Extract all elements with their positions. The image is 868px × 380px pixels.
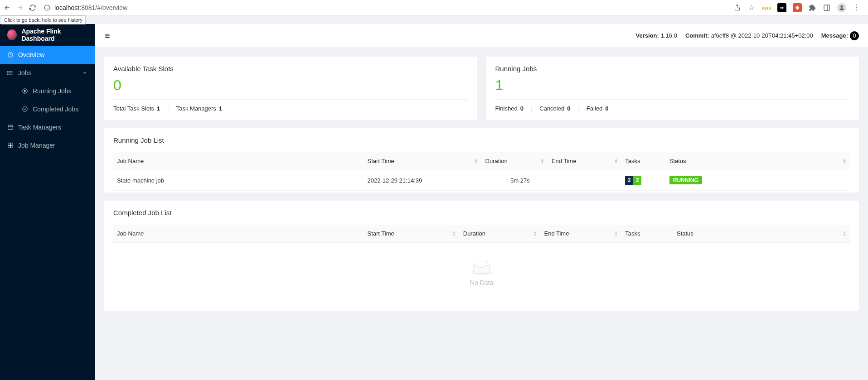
check-circle-icon [22, 106, 28, 112]
card-running-jobs: Running Jobs 1 Finished 0 | Canceled 0 |… [486, 57, 859, 120]
card-task-slots: Available Task Slots 0 Total Task Slots … [104, 57, 477, 120]
sort-icon: ▲▼ [614, 159, 618, 164]
finished-count: Finished 0 [495, 105, 524, 112]
completed-jobs-table: Job Name Start Time▲▼ Duration▲▼ End Tim… [113, 225, 850, 243]
bookmark-star-icon[interactable]: ☆ [747, 4, 756, 12]
canceled-count: Canceled 0 [539, 105, 570, 112]
main-area: Version: 1.16.0 Commit: af6eff8 @ 2022-1… [95, 24, 868, 380]
address-bar[interactable]: localhost:8081/#/overview [44, 4, 726, 11]
col-start[interactable]: Start Time▲▼ [364, 152, 482, 170]
svg-rect-17 [8, 125, 13, 129]
running-jobs-table: Job Name Start Time▲▼ Duration▲▼ End Tim… [113, 152, 850, 191]
sort-icon: ▲▼ [843, 159, 846, 164]
cell-status: RUNNING [666, 170, 850, 191]
extension-dark-icon[interactable]: •• [777, 3, 786, 12]
topbar: Version: 1.16.0 Commit: af6eff8 @ 2022-1… [95, 24, 868, 48]
back-icon[interactable] [4, 4, 11, 11]
col-tasks[interactable]: Tasks [621, 225, 673, 243]
empty-inbox-icon [470, 261, 493, 275]
sidebar-item-running-jobs[interactable]: Running Jobs [0, 82, 95, 100]
cell-tasks: 22 [621, 170, 666, 191]
sidebar-item-label: Jobs [18, 69, 32, 77]
bars-icon [7, 70, 14, 76]
extension-hex-icon[interactable]: ◆ [793, 3, 802, 12]
content: Available Task Slots 0 Total Task Slots … [95, 48, 868, 320]
message-count-badge[interactable]: 0 [850, 31, 859, 40]
running-job-list: Running Job List Job Name Start Time▲▼ D… [104, 128, 859, 192]
sidebar-item-label: Job Manager [18, 142, 55, 149]
empty-state: No Data [113, 243, 850, 309]
col-tasks[interactable]: Tasks [621, 152, 666, 170]
svg-point-11 [8, 72, 8, 72]
cell-job-name: State machine job [113, 170, 364, 191]
sidebar-item-completed-jobs[interactable]: Completed Jobs [0, 100, 95, 118]
svg-point-12 [8, 72, 8, 73]
extensions-puzzle-icon[interactable] [808, 4, 816, 12]
col-duration[interactable]: Duration▲▼ [460, 225, 541, 243]
task-managers-count: Task Managers 1 [176, 105, 222, 112]
sidebar: Apache Flink Dashboard Overview Jobs Run… [0, 24, 95, 380]
svg-rect-22 [11, 143, 13, 145]
section-title: Running Job List [113, 136, 850, 144]
col-start[interactable]: Start Time▲▼ [364, 225, 460, 243]
sidebar-item-label: Completed Jobs [33, 106, 78, 113]
schedule-icon [7, 124, 14, 130]
flink-logo-icon [7, 29, 17, 40]
menu-fold-icon[interactable] [104, 33, 111, 39]
play-circle-icon [22, 88, 28, 94]
sidebar-item-label: Task Managers [18, 124, 61, 131]
card-title: Running Jobs [495, 65, 850, 72]
sort-icon: ▲▼ [475, 159, 478, 164]
sort-icon: ▲▼ [843, 231, 846, 236]
empty-text: No Data [113, 279, 850, 286]
browser-actions: ☆ aws •• ◆ ⋮ [733, 3, 864, 12]
svg-rect-23 [8, 146, 10, 148]
svg-marker-15 [24, 90, 26, 92]
status-badge: RUNNING [669, 176, 702, 184]
col-job-name[interactable]: Job Name [113, 152, 364, 170]
brand[interactable]: Apache Flink Dashboard [0, 24, 95, 46]
col-end[interactable]: End Time▲▼ [548, 152, 622, 170]
svg-point-16 [23, 107, 28, 112]
version-info: Version: 1.16.0 [635, 32, 677, 39]
browser-toolbar: localhost:8081/#/overview ☆ aws •• ◆ ⋮ [0, 0, 868, 15]
svg-point-6 [840, 5, 843, 7]
col-job-name[interactable]: Job Name [113, 225, 364, 243]
side-panel-icon[interactable] [823, 4, 831, 12]
back-tooltip: Click to go back, hold to see history [1, 15, 86, 24]
total-slots: Total Task Slots 1 [113, 105, 160, 112]
completed-job-list: Completed Job List Job Name Start Time▲▼… [104, 201, 859, 311]
chevron-up-icon [82, 70, 88, 76]
reload-icon[interactable] [29, 4, 36, 11]
table-row[interactable]: State machine job 2022-12-29 21:14:39 5m… [113, 170, 850, 191]
dashboard-icon [7, 52, 14, 58]
cell-end: – [548, 170, 622, 191]
message-info: Message: 0 [821, 31, 859, 40]
sidebar-item-label: Overview [18, 51, 44, 58]
extension-aws-icon[interactable]: aws [762, 3, 771, 12]
kebab-menu-icon[interactable]: ⋮ [853, 4, 861, 12]
forward-icon[interactable] [16, 4, 24, 11]
svg-rect-4 [824, 5, 829, 10]
col-duration[interactable]: Duration▲▼ [482, 152, 548, 170]
col-status[interactable]: Status▲▼ [673, 225, 850, 243]
slots-value: 0 [113, 77, 468, 94]
info-icon[interactable] [44, 4, 51, 11]
brand-text: Apache Flink Dashboard [21, 28, 88, 42]
cell-start: 2022-12-29 21:14:39 [364, 170, 482, 191]
sidebar-item-label: Running Jobs [33, 87, 72, 95]
sidebar-item-job-manager[interactable]: Job Manager [0, 136, 95, 154]
svg-rect-24 [11, 146, 13, 148]
sidebar-item-overview[interactable]: Overview [0, 46, 95, 64]
svg-point-13 [8, 74, 8, 74]
col-end[interactable]: End Time▲▼ [541, 225, 622, 243]
profile-avatar-icon[interactable] [837, 3, 846, 12]
share-icon[interactable] [733, 4, 741, 12]
svg-rect-21 [8, 143, 10, 145]
sidebar-item-jobs[interactable]: Jobs [0, 64, 95, 82]
sort-icon: ▲▼ [614, 231, 618, 236]
failed-count: Failed 0 [587, 105, 609, 112]
sidebar-item-task-managers[interactable]: Task Managers [0, 118, 95, 136]
commit-info: Commit: af6eff8 @ 2022-10-20T04:21:45+02… [685, 32, 813, 39]
col-status[interactable]: Status▲▼ [666, 152, 850, 170]
